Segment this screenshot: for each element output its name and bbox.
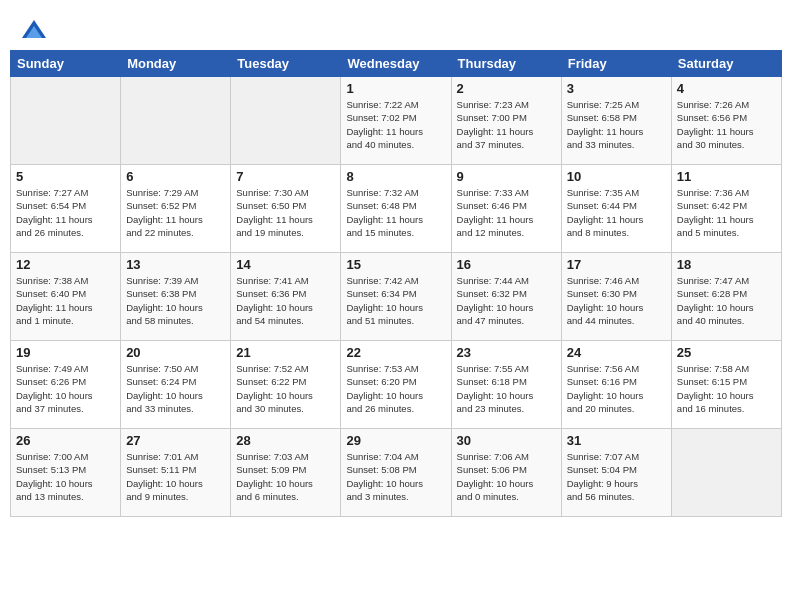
day-number: 6 bbox=[126, 169, 225, 184]
calendar-cell: 16Sunrise: 7:44 AM Sunset: 6:32 PM Dayli… bbox=[451, 253, 561, 341]
day-info: Sunrise: 7:25 AM Sunset: 6:58 PM Dayligh… bbox=[567, 98, 666, 151]
calendar-cell: 15Sunrise: 7:42 AM Sunset: 6:34 PM Dayli… bbox=[341, 253, 451, 341]
calendar-cell bbox=[11, 77, 121, 165]
calendar-cell: 26Sunrise: 7:00 AM Sunset: 5:13 PM Dayli… bbox=[11, 429, 121, 517]
day-info: Sunrise: 7:27 AM Sunset: 6:54 PM Dayligh… bbox=[16, 186, 115, 239]
calendar-table: SundayMondayTuesdayWednesdayThursdayFrid… bbox=[10, 50, 782, 517]
calendar-cell: 5Sunrise: 7:27 AM Sunset: 6:54 PM Daylig… bbox=[11, 165, 121, 253]
day-number: 8 bbox=[346, 169, 445, 184]
calendar-cell: 10Sunrise: 7:35 AM Sunset: 6:44 PM Dayli… bbox=[561, 165, 671, 253]
calendar-week-row: 5Sunrise: 7:27 AM Sunset: 6:54 PM Daylig… bbox=[11, 165, 782, 253]
day-info: Sunrise: 7:23 AM Sunset: 7:00 PM Dayligh… bbox=[457, 98, 556, 151]
calendar-cell: 22Sunrise: 7:53 AM Sunset: 6:20 PM Dayli… bbox=[341, 341, 451, 429]
day-info: Sunrise: 7:01 AM Sunset: 5:11 PM Dayligh… bbox=[126, 450, 225, 503]
day-number: 11 bbox=[677, 169, 776, 184]
calendar-cell: 14Sunrise: 7:41 AM Sunset: 6:36 PM Dayli… bbox=[231, 253, 341, 341]
weekday-header: Tuesday bbox=[231, 51, 341, 77]
day-number: 1 bbox=[346, 81, 445, 96]
day-info: Sunrise: 7:44 AM Sunset: 6:32 PM Dayligh… bbox=[457, 274, 556, 327]
calendar-cell: 27Sunrise: 7:01 AM Sunset: 5:11 PM Dayli… bbox=[121, 429, 231, 517]
calendar-cell bbox=[121, 77, 231, 165]
day-info: Sunrise: 7:39 AM Sunset: 6:38 PM Dayligh… bbox=[126, 274, 225, 327]
day-info: Sunrise: 7:38 AM Sunset: 6:40 PM Dayligh… bbox=[16, 274, 115, 327]
calendar-cell: 13Sunrise: 7:39 AM Sunset: 6:38 PM Dayli… bbox=[121, 253, 231, 341]
day-info: Sunrise: 7:06 AM Sunset: 5:06 PM Dayligh… bbox=[457, 450, 556, 503]
day-number: 29 bbox=[346, 433, 445, 448]
day-number: 9 bbox=[457, 169, 556, 184]
day-info: Sunrise: 7:55 AM Sunset: 6:18 PM Dayligh… bbox=[457, 362, 556, 415]
day-info: Sunrise: 7:22 AM Sunset: 7:02 PM Dayligh… bbox=[346, 98, 445, 151]
day-info: Sunrise: 7:47 AM Sunset: 6:28 PM Dayligh… bbox=[677, 274, 776, 327]
calendar-cell: 30Sunrise: 7:06 AM Sunset: 5:06 PM Dayli… bbox=[451, 429, 561, 517]
calendar-cell bbox=[231, 77, 341, 165]
weekday-header: Sunday bbox=[11, 51, 121, 77]
calendar-cell: 18Sunrise: 7:47 AM Sunset: 6:28 PM Dayli… bbox=[671, 253, 781, 341]
day-number: 30 bbox=[457, 433, 556, 448]
calendar-header: SundayMondayTuesdayWednesdayThursdayFrid… bbox=[11, 51, 782, 77]
day-number: 2 bbox=[457, 81, 556, 96]
calendar-cell: 9Sunrise: 7:33 AM Sunset: 6:46 PM Daylig… bbox=[451, 165, 561, 253]
day-info: Sunrise: 7:26 AM Sunset: 6:56 PM Dayligh… bbox=[677, 98, 776, 151]
day-number: 26 bbox=[16, 433, 115, 448]
day-info: Sunrise: 7:41 AM Sunset: 6:36 PM Dayligh… bbox=[236, 274, 335, 327]
day-info: Sunrise: 7:00 AM Sunset: 5:13 PM Dayligh… bbox=[16, 450, 115, 503]
day-info: Sunrise: 7:53 AM Sunset: 6:20 PM Dayligh… bbox=[346, 362, 445, 415]
day-number: 27 bbox=[126, 433, 225, 448]
header bbox=[10, 10, 782, 50]
day-info: Sunrise: 7:07 AM Sunset: 5:04 PM Dayligh… bbox=[567, 450, 666, 503]
day-number: 13 bbox=[126, 257, 225, 272]
logo bbox=[20, 18, 52, 46]
calendar-cell: 12Sunrise: 7:38 AM Sunset: 6:40 PM Dayli… bbox=[11, 253, 121, 341]
day-info: Sunrise: 7:36 AM Sunset: 6:42 PM Dayligh… bbox=[677, 186, 776, 239]
day-info: Sunrise: 7:56 AM Sunset: 6:16 PM Dayligh… bbox=[567, 362, 666, 415]
day-info: Sunrise: 7:35 AM Sunset: 6:44 PM Dayligh… bbox=[567, 186, 666, 239]
day-info: Sunrise: 7:03 AM Sunset: 5:09 PM Dayligh… bbox=[236, 450, 335, 503]
calendar-cell: 2Sunrise: 7:23 AM Sunset: 7:00 PM Daylig… bbox=[451, 77, 561, 165]
day-info: Sunrise: 7:42 AM Sunset: 6:34 PM Dayligh… bbox=[346, 274, 445, 327]
weekday-header: Wednesday bbox=[341, 51, 451, 77]
day-number: 3 bbox=[567, 81, 666, 96]
calendar-cell: 1Sunrise: 7:22 AM Sunset: 7:02 PM Daylig… bbox=[341, 77, 451, 165]
day-number: 4 bbox=[677, 81, 776, 96]
day-number: 18 bbox=[677, 257, 776, 272]
calendar-cell: 6Sunrise: 7:29 AM Sunset: 6:52 PM Daylig… bbox=[121, 165, 231, 253]
calendar-cell: 17Sunrise: 7:46 AM Sunset: 6:30 PM Dayli… bbox=[561, 253, 671, 341]
calendar-cell: 4Sunrise: 7:26 AM Sunset: 6:56 PM Daylig… bbox=[671, 77, 781, 165]
calendar-cell: 31Sunrise: 7:07 AM Sunset: 5:04 PM Dayli… bbox=[561, 429, 671, 517]
weekday-header: Thursday bbox=[451, 51, 561, 77]
calendar-cell: 29Sunrise: 7:04 AM Sunset: 5:08 PM Dayli… bbox=[341, 429, 451, 517]
weekday-header: Monday bbox=[121, 51, 231, 77]
day-info: Sunrise: 7:58 AM Sunset: 6:15 PM Dayligh… bbox=[677, 362, 776, 415]
calendar-cell: 24Sunrise: 7:56 AM Sunset: 6:16 PM Dayli… bbox=[561, 341, 671, 429]
day-number: 5 bbox=[16, 169, 115, 184]
calendar-body: 1Sunrise: 7:22 AM Sunset: 7:02 PM Daylig… bbox=[11, 77, 782, 517]
calendar-cell: 25Sunrise: 7:58 AM Sunset: 6:15 PM Dayli… bbox=[671, 341, 781, 429]
day-info: Sunrise: 7:32 AM Sunset: 6:48 PM Dayligh… bbox=[346, 186, 445, 239]
calendar-cell: 20Sunrise: 7:50 AM Sunset: 6:24 PM Dayli… bbox=[121, 341, 231, 429]
calendar-cell: 28Sunrise: 7:03 AM Sunset: 5:09 PM Dayli… bbox=[231, 429, 341, 517]
day-number: 15 bbox=[346, 257, 445, 272]
day-number: 14 bbox=[236, 257, 335, 272]
calendar-cell: 19Sunrise: 7:49 AM Sunset: 6:26 PM Dayli… bbox=[11, 341, 121, 429]
day-number: 24 bbox=[567, 345, 666, 360]
day-number: 21 bbox=[236, 345, 335, 360]
calendar-cell bbox=[671, 429, 781, 517]
logo-icon bbox=[20, 18, 48, 46]
day-info: Sunrise: 7:46 AM Sunset: 6:30 PM Dayligh… bbox=[567, 274, 666, 327]
calendar-cell: 7Sunrise: 7:30 AM Sunset: 6:50 PM Daylig… bbox=[231, 165, 341, 253]
day-number: 23 bbox=[457, 345, 556, 360]
weekday-row: SundayMondayTuesdayWednesdayThursdayFrid… bbox=[11, 51, 782, 77]
day-info: Sunrise: 7:04 AM Sunset: 5:08 PM Dayligh… bbox=[346, 450, 445, 503]
weekday-header: Saturday bbox=[671, 51, 781, 77]
day-info: Sunrise: 7:49 AM Sunset: 6:26 PM Dayligh… bbox=[16, 362, 115, 415]
day-number: 25 bbox=[677, 345, 776, 360]
day-info: Sunrise: 7:29 AM Sunset: 6:52 PM Dayligh… bbox=[126, 186, 225, 239]
calendar-cell: 21Sunrise: 7:52 AM Sunset: 6:22 PM Dayli… bbox=[231, 341, 341, 429]
day-number: 28 bbox=[236, 433, 335, 448]
day-number: 16 bbox=[457, 257, 556, 272]
calendar-week-row: 1Sunrise: 7:22 AM Sunset: 7:02 PM Daylig… bbox=[11, 77, 782, 165]
day-number: 22 bbox=[346, 345, 445, 360]
day-info: Sunrise: 7:30 AM Sunset: 6:50 PM Dayligh… bbox=[236, 186, 335, 239]
day-info: Sunrise: 7:33 AM Sunset: 6:46 PM Dayligh… bbox=[457, 186, 556, 239]
calendar-cell: 8Sunrise: 7:32 AM Sunset: 6:48 PM Daylig… bbox=[341, 165, 451, 253]
